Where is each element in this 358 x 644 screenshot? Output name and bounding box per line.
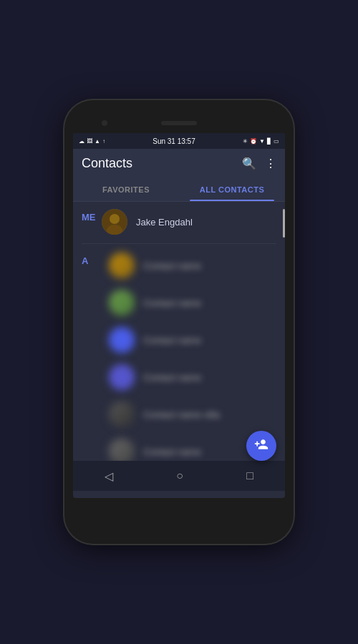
bottom-navigation: ◁ ○ □ bbox=[73, 461, 285, 491]
contact-jake-engdahl[interactable]: Jake Engdahl bbox=[102, 203, 285, 240]
avatar-a2 bbox=[109, 290, 135, 316]
jake-avatar-svg bbox=[102, 209, 127, 235]
header-actions: 🔍 ⋮ bbox=[242, 157, 276, 170]
status-left-icons: ☁ 🖼 ▲ ↑ bbox=[79, 138, 105, 145]
front-camera bbox=[102, 120, 107, 126]
avatar-a1 bbox=[109, 253, 135, 278]
section-a: A Contact name Contact name bbox=[73, 245, 285, 461]
more-options-button[interactable]: ⋮ bbox=[265, 157, 276, 170]
add-contact-fab[interactable] bbox=[246, 431, 276, 461]
app-title: Contacts bbox=[82, 156, 132, 171]
contact-list[interactable]: ME Jake Engdahl bbox=[73, 202, 285, 461]
status-bar: ☁ 🖼 ▲ ↑ Sun 31 13:57 ✳ ⏰ ▼ ▊ ▭ bbox=[73, 133, 285, 149]
back-button[interactable]: ◁ bbox=[90, 465, 127, 487]
avatar-jake bbox=[102, 209, 127, 235]
phone-bottom bbox=[73, 498, 285, 519]
contact-name-a5: Contact name villa bbox=[143, 409, 220, 420]
contact-name-a4: Contact name bbox=[143, 372, 201, 383]
phone-top-bar bbox=[73, 113, 285, 133]
contact-name-a6: Contact name bbox=[143, 447, 201, 457]
contact-name-a3: Contact name bbox=[143, 335, 201, 346]
phone-speaker bbox=[161, 121, 197, 125]
bluetooth-icon: ✳ bbox=[243, 138, 248, 145]
phone-screen: ☁ 🖼 ▲ ↑ Sun 31 13:57 ✳ ⏰ ▼ ▊ ▭ Contacts … bbox=[73, 133, 285, 498]
tab-favorites[interactable]: FAVORITES bbox=[73, 178, 179, 201]
signal-icon: ▊ bbox=[267, 138, 271, 145]
status-time: Sun 31 13:57 bbox=[153, 137, 195, 145]
fab-svg bbox=[254, 437, 268, 452]
alarm-icon: ⏰ bbox=[250, 138, 257, 145]
wifi-icon: ▼ bbox=[259, 138, 265, 145]
section-me: ME Jake Engdahl bbox=[73, 202, 285, 242]
battery-icon: ▭ bbox=[274, 138, 279, 145]
search-button[interactable]: 🔍 bbox=[242, 157, 256, 170]
a-contacts: Contact name Contact name Contact name bbox=[102, 247, 285, 461]
contact-name-a1: Contact name bbox=[143, 260, 201, 271]
contact-a2[interactable]: Contact name bbox=[102, 284, 285, 321]
app-header: Contacts 🔍 ⋮ bbox=[73, 149, 285, 178]
avatar-a4 bbox=[109, 364, 135, 390]
contact-a5[interactable]: Contact name villa bbox=[102, 396, 285, 433]
divider-1 bbox=[82, 243, 276, 244]
phone-device: ☁ 🖼 ▲ ↑ Sun 31 13:57 ✳ ⏰ ▼ ▊ ▭ Contacts … bbox=[64, 100, 294, 544]
status-right-icons: ✳ ⏰ ▼ ▊ ▭ bbox=[243, 138, 279, 145]
tab-all-contacts[interactable]: ALL CONTACTS bbox=[179, 178, 285, 201]
svg-point-1 bbox=[110, 214, 120, 224]
contact-name-a2: Contact name bbox=[143, 298, 201, 308]
contact-name-jake: Jake Engdahl bbox=[136, 217, 193, 228]
scrollbar[interactable] bbox=[283, 209, 285, 238]
upload-icon: ↑ bbox=[102, 138, 105, 145]
me-contacts: Jake Engdahl bbox=[102, 203, 285, 240]
section-label-me: ME bbox=[82, 206, 96, 223]
tabs-bar: FAVORITES ALL CONTACTS bbox=[73, 178, 285, 202]
avatar-a5 bbox=[109, 401, 135, 427]
recents-button[interactable]: □ bbox=[232, 465, 268, 487]
avatar-a6 bbox=[109, 439, 135, 461]
home-button[interactable]: ○ bbox=[162, 465, 198, 487]
contact-a1[interactable]: Contact name bbox=[102, 247, 285, 284]
location-icon: ▲ bbox=[95, 138, 100, 145]
image-icon: 🖼 bbox=[87, 138, 92, 145]
cloud-icon: ☁ bbox=[79, 138, 84, 145]
contact-a4[interactable]: Contact name bbox=[102, 358, 285, 396]
section-label-a: A bbox=[82, 250, 88, 266]
avatar-a3 bbox=[109, 327, 135, 353]
contact-a3[interactable]: Contact name bbox=[102, 321, 285, 358]
person-add-icon bbox=[254, 437, 268, 455]
